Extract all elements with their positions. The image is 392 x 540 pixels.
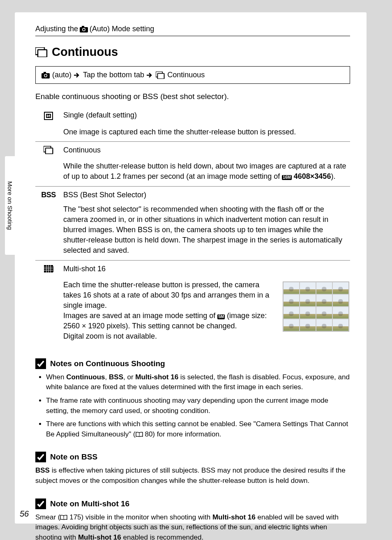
nav-text: Continuous bbox=[167, 71, 205, 79]
option-desc: Each time the shutter-release button is … bbox=[62, 277, 350, 346]
note-body: Smear ( 175) visible in the monitor when… bbox=[35, 512, 350, 540]
svg-rect-1 bbox=[82, 26, 84, 28]
section-tab: More on Shooting bbox=[5, 156, 15, 255]
5m-icon: 5M bbox=[217, 314, 225, 319]
check-icon bbox=[35, 358, 46, 369]
arrow-icon bbox=[147, 72, 153, 78]
note-item: There are functions with which this sett… bbox=[46, 419, 350, 439]
header-prefix: Adjusting the bbox=[35, 25, 78, 33]
svg-text:S: S bbox=[47, 114, 50, 118]
note-body: BSS is effective when taking pictures of… bbox=[35, 466, 350, 486]
camera-icon bbox=[80, 26, 88, 32]
single-icon: S bbox=[35, 108, 62, 125]
note-list: When Continuous, BSS, or Multi-shot 16 i… bbox=[38, 372, 350, 440]
check-icon bbox=[35, 452, 46, 462]
options-table: S Single (default setting) One image is … bbox=[35, 108, 350, 346]
continuous-icon bbox=[156, 72, 165, 79]
page-number: 56 bbox=[20, 509, 29, 519]
continuous-icon bbox=[35, 142, 62, 159]
note-bss: Note on BSS BSS is effective when taking… bbox=[35, 452, 350, 486]
note-multishot: Note on Multi-shot 16 Smear ( 175) visib… bbox=[35, 498, 350, 540]
intro-text: Enable continuous shooting or BSS (best … bbox=[35, 92, 350, 101]
bss-icon: BSS bbox=[35, 186, 62, 202]
option-desc: The "best shot selector" is recommended … bbox=[62, 202, 350, 260]
continuous-icon bbox=[35, 47, 48, 57]
note-item: When Continuous, BSS, or Multi-shot 16 i… bbox=[46, 372, 350, 392]
note-continuous: Notes on Continuous Shooting When Contin… bbox=[35, 358, 350, 440]
option-desc: While the shutter-release button is held… bbox=[62, 159, 350, 186]
note-heading-text: Note on Multi-shot 16 bbox=[50, 499, 129, 508]
nav-text: Tap the bottom tab bbox=[83, 71, 144, 79]
navigation-path: (auto) Tap the bottom tab Continuous bbox=[35, 66, 350, 84]
option-name: Continuous bbox=[62, 142, 350, 159]
16m-icon: 16M bbox=[282, 175, 291, 180]
svg-point-3 bbox=[83, 28, 85, 30]
grid-icon bbox=[35, 260, 62, 277]
option-desc: One image is captured each time the shut… bbox=[62, 125, 350, 142]
title-text: Continuous bbox=[52, 45, 118, 59]
camera-icon bbox=[42, 72, 50, 78]
page-title: Continuous bbox=[35, 45, 350, 59]
note-heading-text: Note on BSS bbox=[50, 452, 97, 462]
header-suffix: (Auto) Mode setting bbox=[90, 25, 154, 33]
svg-point-10 bbox=[45, 74, 47, 76]
svg-rect-12 bbox=[158, 73, 164, 78]
book-icon bbox=[60, 515, 67, 520]
svg-rect-5 bbox=[38, 50, 47, 57]
check-icon bbox=[35, 498, 46, 509]
divider bbox=[35, 36, 350, 36]
svg-rect-18 bbox=[46, 148, 53, 154]
page-content: Adjusting the (Auto) Mode setting Contin… bbox=[15, 12, 367, 524]
option-name: Single (default setting) bbox=[62, 108, 350, 125]
book-icon bbox=[136, 432, 143, 437]
multishot-example-image bbox=[283, 280, 348, 332]
header: Adjusting the (Auto) Mode setting bbox=[35, 25, 350, 33]
document-page: More on Shooting Adjusting the (Auto) Mo… bbox=[0, 0, 392, 540]
option-name: BSS (Best Shot Selector) bbox=[62, 186, 350, 202]
arrow-icon bbox=[74, 72, 81, 78]
note-item: The frame rate with continuous shooting … bbox=[46, 396, 350, 416]
note-heading-text: Notes on Continuous Shooting bbox=[50, 359, 165, 368]
nav-text: (auto) bbox=[52, 71, 71, 79]
section-label: More on Shooting bbox=[7, 181, 14, 230]
option-name: Multi-shot 16 bbox=[62, 260, 350, 277]
svg-rect-8 bbox=[44, 72, 46, 74]
